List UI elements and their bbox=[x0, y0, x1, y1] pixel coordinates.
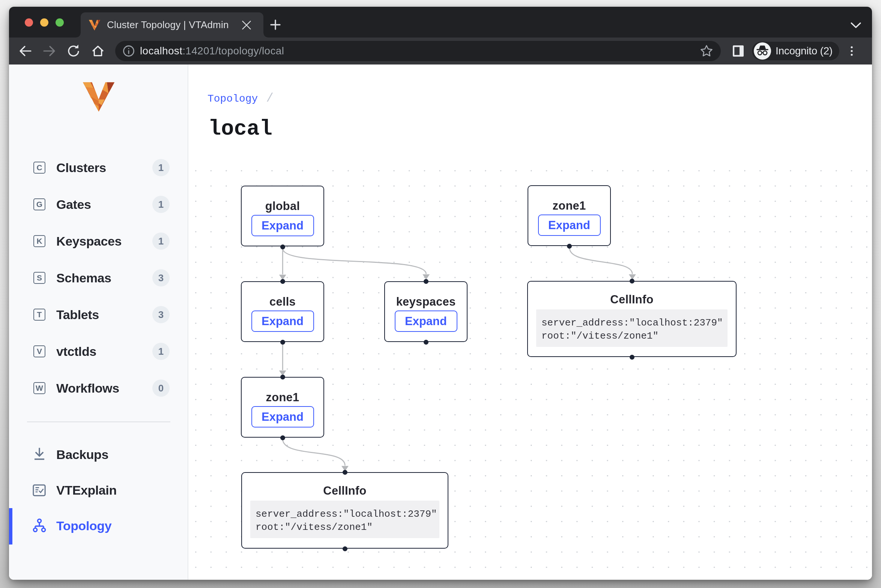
url-text[interactable]: localhost:14201/topology/local bbox=[140, 45, 699, 57]
sidebar-item-label: Topology bbox=[56, 519, 111, 533]
code-line: server_address:"localhost:2379" bbox=[256, 508, 437, 520]
info-icon[interactable] bbox=[121, 44, 136, 58]
sidebar-item-topology[interactable]: Topology bbox=[9, 508, 188, 544]
port-keyspaces-top bbox=[424, 279, 428, 284]
expand-button-zone1-left[interactable]: Expand bbox=[251, 406, 314, 428]
node-title: keyspaces bbox=[396, 295, 456, 309]
tab-close-icon[interactable] bbox=[240, 19, 253, 32]
sidebar-item-tablets[interactable]: T Tablets 3 bbox=[9, 296, 188, 333]
incognito-label: Incognito (2) bbox=[776, 45, 833, 57]
sidebar-item-label: Clusters bbox=[56, 160, 152, 175]
sidebar-item-label: Keyspaces bbox=[56, 234, 152, 249]
port-zone1-left-bottom bbox=[280, 435, 285, 440]
download-icon bbox=[33, 447, 46, 462]
sidebar-item-clusters[interactable]: C Clusters 1 bbox=[9, 149, 188, 186]
more-menu-icon[interactable] bbox=[843, 43, 860, 59]
node-title: CellInfo bbox=[323, 483, 366, 498]
gates-icon: G bbox=[33, 198, 45, 210]
node-title: zone1 bbox=[553, 199, 586, 213]
expand-button-keyspaces[interactable]: Expand bbox=[395, 310, 457, 332]
sidebar-nav: C Clusters 1 G Gates 1 K Keyspaces 1 S S… bbox=[9, 149, 188, 406]
sidebar-tools: Backups VTExplain bbox=[9, 437, 188, 544]
sidebar-divider bbox=[27, 422, 170, 422]
code-line: root:"/vitess/zone1" bbox=[541, 330, 658, 342]
cellinfo-code: server_address:"localhost:2379" root:"/v… bbox=[536, 309, 728, 347]
expand-button-zone1-right[interactable]: Expand bbox=[538, 214, 601, 236]
count-badge: 1 bbox=[152, 343, 170, 360]
sidebar-item-label: Schemas bbox=[56, 271, 152, 285]
topology-icon bbox=[33, 519, 46, 534]
tablets-icon: T bbox=[33, 309, 45, 321]
node-cells: cells Expand bbox=[241, 281, 324, 342]
browser-toolbar: localhost:14201/topology/local bbox=[9, 38, 872, 64]
breadcrumb: Topology / bbox=[207, 92, 274, 105]
clusters-icon: C bbox=[33, 162, 45, 174]
code-line: root:"/vitess/zone1" bbox=[256, 522, 373, 533]
sidebar-item-vtctlds[interactable]: V vtctlds 1 bbox=[9, 333, 188, 370]
node-zone1-right: zone1 Expand bbox=[528, 185, 611, 246]
node-cellinfo-right: CellInfo server_address:"localhost:2379"… bbox=[527, 281, 737, 357]
reload-button[interactable] bbox=[64, 41, 83, 61]
sidebar-item-label: Workflows bbox=[56, 381, 152, 396]
workflows-icon: W bbox=[33, 382, 45, 394]
node-zone1-left: zone1 Expand bbox=[241, 377, 324, 438]
count-badge: 0 bbox=[152, 380, 170, 397]
breadcrumb-separator: / bbox=[266, 92, 274, 105]
node-keyspaces: keyspaces Expand bbox=[384, 281, 468, 342]
node-title: zone1 bbox=[266, 390, 299, 405]
vitess-favicon-icon bbox=[89, 20, 100, 30]
home-button[interactable] bbox=[88, 41, 108, 61]
back-button[interactable] bbox=[16, 41, 35, 61]
vtctlds-icon: V bbox=[33, 345, 45, 357]
port-zone1-left-top bbox=[280, 375, 285, 380]
chevron-down-icon[interactable] bbox=[850, 19, 861, 30]
node-cellinfo-left: CellInfo server_address:"localhost:2379"… bbox=[241, 472, 448, 549]
sidebar-item-keyspaces[interactable]: K Keyspaces 1 bbox=[9, 223, 188, 260]
sidebar-item-label: Tablets bbox=[56, 308, 152, 322]
port-zone1-right-bottom bbox=[567, 244, 572, 249]
incognito-badge[interactable]: Incognito (2) bbox=[752, 41, 840, 61]
port-cellinfo-right-bottom bbox=[630, 355, 634, 360]
port-global-bottom bbox=[280, 244, 285, 249]
incognito-icon bbox=[754, 42, 771, 60]
side-panel-icon[interactable] bbox=[730, 43, 746, 59]
tab-title: Cluster Topology | VTAdmin bbox=[107, 19, 240, 31]
port-keyspaces-bottom bbox=[424, 340, 428, 345]
url-host: localhost bbox=[140, 45, 182, 57]
url-path: :14201/topology/local bbox=[182, 45, 284, 57]
browser-window: Cluster Topology | VTAdmin bbox=[9, 7, 872, 580]
page-title: local bbox=[208, 117, 272, 141]
new-tab-button[interactable] bbox=[269, 18, 282, 31]
sidebar-item-vtexplain[interactable]: VTExplain bbox=[9, 472, 188, 508]
minimize-window-button[interactable] bbox=[40, 18, 48, 27]
browser-tab[interactable]: Cluster Topology | VTAdmin bbox=[81, 12, 263, 38]
forward-button[interactable] bbox=[39, 41, 59, 61]
sidebar-item-backups[interactable]: Backups bbox=[9, 437, 188, 472]
count-badge: 1 bbox=[152, 159, 170, 176]
zoom-window-button[interactable] bbox=[56, 18, 64, 27]
keyspaces-icon: K bbox=[33, 235, 45, 247]
count-badge: 3 bbox=[152, 306, 170, 323]
close-window-button[interactable] bbox=[25, 18, 33, 27]
count-badge: 1 bbox=[152, 196, 170, 213]
sidebar-item-label: Backups bbox=[56, 447, 108, 462]
expand-button-global[interactable]: Expand bbox=[251, 215, 314, 236]
sidebar: C Clusters 1 G Gates 1 K Keyspaces 1 S S… bbox=[9, 64, 188, 580]
node-global: global Expand bbox=[241, 186, 324, 246]
address-bar[interactable]: localhost:14201/topology/local bbox=[115, 41, 721, 61]
tab-strip: Cluster Topology | VTAdmin bbox=[9, 7, 872, 38]
expand-button-cells[interactable]: Expand bbox=[251, 310, 314, 332]
sidebar-item-label: VTExplain bbox=[56, 483, 117, 498]
sidebar-item-gates[interactable]: G Gates 1 bbox=[9, 186, 188, 223]
port-cellinfo-left-bottom bbox=[343, 546, 347, 551]
schemas-icon: S bbox=[33, 272, 45, 284]
sidebar-item-schemas[interactable]: S Schemas 3 bbox=[9, 260, 188, 296]
sidebar-item-workflows[interactable]: W Workflows 0 bbox=[9, 370, 188, 406]
node-title: cells bbox=[269, 295, 296, 309]
breadcrumb-topology-link[interactable]: Topology bbox=[207, 93, 258, 105]
page-content: C Clusters 1 G Gates 1 K Keyspaces 1 S S… bbox=[9, 64, 872, 580]
traffic-lights bbox=[25, 18, 64, 27]
bookmark-star-icon[interactable] bbox=[699, 44, 714, 58]
code-line: server_address:"localhost:2379" bbox=[541, 317, 723, 328]
sidebar-item-label: Gates bbox=[56, 197, 152, 212]
